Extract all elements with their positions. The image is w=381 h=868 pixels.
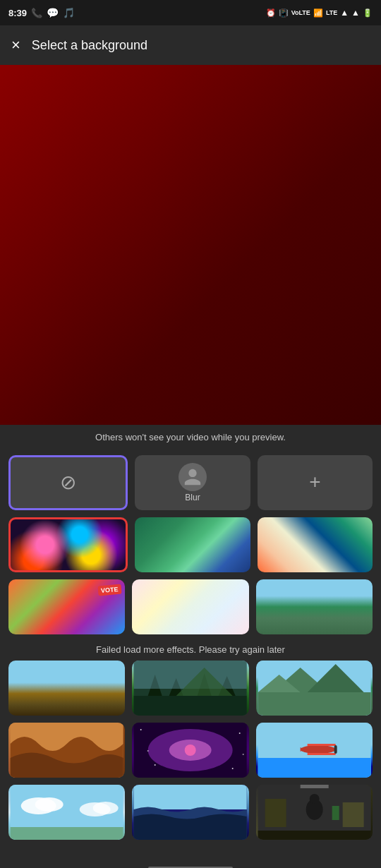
background-biplane[interactable] [256, 723, 373, 778]
svg-rect-30 [334, 745, 337, 754]
background-row-3 [8, 661, 373, 716]
background-vote[interactable]: VOTE [8, 579, 125, 634]
options-row: ⊘ Blur + [8, 455, 373, 510]
svg-point-21 [232, 768, 234, 769]
status-bar: 8:39 📞 💬 🎵 ⏰ 📳 VoLTE 📶 LTE ▲ ▲ 🔋 [0, 0, 381, 25]
background-colorblock[interactable] [258, 517, 373, 572]
canyon-svg [8, 723, 125, 778]
background-galaxy[interactable] [132, 723, 248, 778]
error-message: Failed load more effects. Please try aga… [8, 641, 373, 661]
home-indicator [0, 861, 381, 868]
background-crowd[interactable] [8, 661, 125, 716]
close-button[interactable]: × [11, 37, 20, 53]
svg-rect-25 [258, 758, 370, 778]
svg-rect-28 [307, 753, 335, 755]
time-display: 8:39 [8, 8, 27, 18]
svg-point-19 [239, 733, 241, 734]
svg-point-18 [140, 729, 142, 730]
background-row-2: VOTE [8, 579, 373, 634]
background-ocean[interactable] [132, 785, 248, 840]
svg-rect-9 [258, 692, 370, 716]
page-title: Select a background [32, 38, 147, 53]
biplane-svg [256, 723, 373, 778]
svg-rect-42 [342, 802, 363, 827]
signal2-icon: ▲ [351, 8, 360, 18]
blur-label: Blur [185, 493, 200, 502]
status-right: ⏰ 📳 VoLTE 📶 LTE ▲ ▲ 🔋 [266, 8, 373, 18]
status-left: 8:39 📞 💬 🎵 [8, 7, 75, 18]
vibrate-icon: 📳 [279, 8, 289, 18]
background-interior[interactable] [256, 785, 373, 840]
svg-rect-40 [300, 785, 328, 788]
interior-svg [256, 785, 373, 840]
svg-rect-38 [134, 785, 247, 809]
background-grid: ⊘ Blur + VOTE Failed load more effects. … [0, 450, 381, 861]
svg-point-26 [300, 745, 335, 754]
svg-point-33 [35, 797, 64, 812]
background-row-5 [8, 785, 373, 840]
phone-icon: 📞 [31, 8, 42, 18]
none-icon: ⊘ [60, 471, 76, 494]
background-bokeh[interactable] [8, 517, 128, 572]
background-mountains[interactable] [256, 661, 373, 716]
background-forest[interactable] [132, 661, 248, 716]
svg-point-23 [243, 754, 244, 755]
wifi-icon: 📶 [313, 8, 323, 18]
none-background-option[interactable]: ⊘ [8, 455, 128, 510]
svg-rect-41 [265, 799, 286, 827]
ocean-svg [132, 785, 248, 840]
battery-icon: 🔋 [363, 8, 373, 18]
background-row-1 [8, 517, 373, 572]
galaxy-svg [132, 723, 248, 778]
background-abstract[interactable] [135, 517, 250, 572]
shazam-icon: 🎵 [63, 7, 75, 18]
svg-point-17 [185, 745, 196, 756]
blur-background-option[interactable]: Blur [135, 455, 250, 510]
background-clouds[interactable] [8, 785, 125, 840]
background-preview [0, 65, 381, 425]
svg-point-20 [155, 764, 156, 766]
blur-avatar [179, 463, 207, 491]
svg-rect-27 [307, 744, 335, 746]
upload-background-option[interactable]: + [258, 455, 373, 510]
forest-svg [132, 661, 248, 716]
message-icon: 💬 [47, 7, 59, 18]
person-icon [183, 467, 202, 487]
plus-icon: + [309, 471, 320, 493]
svg-rect-43 [258, 831, 370, 840]
background-canyon[interactable] [8, 723, 125, 778]
background-row-4 [8, 723, 373, 778]
preview-notice: Others won't see your video while you pr… [0, 425, 381, 450]
svg-rect-36 [11, 827, 123, 840]
vote-badge: VOTE [97, 584, 121, 596]
alarm-icon: ⏰ [266, 8, 276, 18]
volte-label: VoLTE [291, 9, 310, 16]
background-pastel[interactable] [132, 579, 248, 634]
svg-rect-1 [134, 696, 247, 716]
lte-label: LTE [326, 9, 337, 16]
mountains-svg [256, 661, 373, 716]
svg-point-45 [309, 794, 319, 804]
svg-point-22 [147, 750, 149, 752]
signal-icon: ▲ [340, 8, 349, 18]
svg-point-35 [93, 802, 119, 814]
clouds-svg [8, 785, 125, 840]
background-lake[interactable] [256, 579, 373, 634]
svg-rect-46 [332, 806, 339, 820]
top-bar: × Select a background [0, 25, 381, 65]
